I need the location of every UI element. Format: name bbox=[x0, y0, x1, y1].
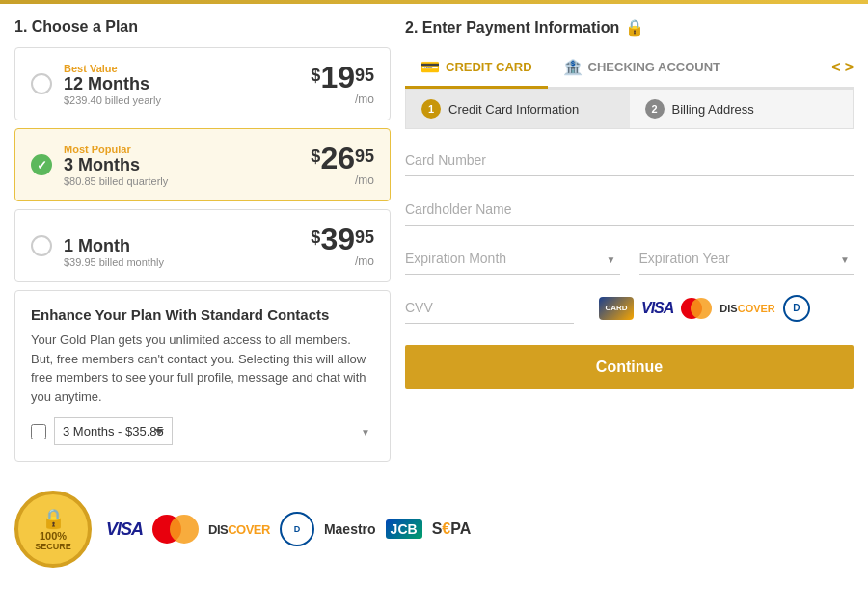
plan-3months-price: $2695 /mo bbox=[311, 143, 374, 187]
plan-12months-radio[interactable] bbox=[31, 73, 52, 94]
plan-1month-price: $3995 /mo bbox=[311, 224, 374, 268]
plan-12months-int: 19 bbox=[320, 60, 355, 94]
tab-prev-button[interactable]: < bbox=[831, 59, 840, 76]
exp-month-wrapper: Expiration Month January February March … bbox=[405, 243, 620, 275]
plan-12months-permo: /mo bbox=[311, 93, 374, 106]
step-1-num: 1 bbox=[421, 99, 441, 119]
exp-year-group: Expiration Year 2024 2025 2026 2027 2028… bbox=[639, 243, 854, 275]
plan-12months-badge: Best Value bbox=[64, 63, 299, 74]
diners-logo-inline: D bbox=[783, 295, 810, 322]
tab-checking-account-label: CHECKING ACCOUNT bbox=[588, 60, 720, 74]
exp-year-wrapper: Expiration Year 2024 2025 2026 2027 2028… bbox=[639, 243, 854, 275]
cvv-input[interactable] bbox=[405, 292, 574, 324]
plan-3months-billing: $80.85 billed quarterly bbox=[64, 175, 299, 187]
tab-navigation: < > bbox=[831, 59, 854, 76]
plan-1month-cents: 95 bbox=[355, 227, 374, 248]
credit-card-icon: 💳 bbox=[420, 58, 440, 76]
plan-1month-badge bbox=[64, 225, 299, 236]
badge-lock-icon: 🔒 bbox=[41, 507, 66, 530]
plan-3months-cents: 95 bbox=[355, 146, 374, 167]
addon-select-row: 3 Months - $35.85 bbox=[31, 417, 374, 445]
secure-section: 🔒 100% SECURE VISA DISCOVER D Maestro JC… bbox=[0, 476, 868, 577]
generic-card-icon: CARD bbox=[599, 297, 634, 320]
secure-badge: 🔒 100% SECURE bbox=[14, 491, 92, 568]
plan-3months[interactable]: Most Popular 3 Months $80.85 billed quar… bbox=[14, 128, 391, 201]
tab-checking-account[interactable]: 🏦 CHECKING ACCOUNT bbox=[548, 48, 736, 89]
visa-logo: VISA bbox=[106, 519, 143, 540]
right-title: 2. Enter Payment Information 🔒 bbox=[405, 18, 854, 37]
cvv-row: CARD VISA DISCOVER D bbox=[405, 292, 854, 324]
plan-1month-permo: /mo bbox=[311, 254, 374, 268]
plan-1month-billing: $39.95 billed monthly bbox=[64, 256, 299, 268]
checking-account-icon: 🏦 bbox=[563, 58, 583, 76]
plan-12months-name: 12 Months bbox=[64, 74, 299, 94]
plan-3months-badge: Most Popular bbox=[64, 144, 299, 155]
continue-button[interactable]: Continue bbox=[405, 345, 854, 389]
visa-logo-inline: VISA bbox=[641, 300, 673, 317]
sepa-logo: S€PA bbox=[432, 520, 472, 538]
plan-1month-radio[interactable] bbox=[31, 235, 52, 256]
plan-12months-info: Best Value 12 Months $239.40 billed year… bbox=[64, 63, 299, 106]
plan-1month-int: 39 bbox=[320, 222, 355, 256]
maestro-logo: Maestro bbox=[324, 521, 376, 537]
addon-checkbox[interactable] bbox=[31, 424, 46, 439]
exp-month-group: Expiration Month January February March … bbox=[405, 243, 620, 275]
lock-icon: 🔒 bbox=[625, 18, 644, 37]
enhance-title: Enhance Your Plan With Standard Contacts bbox=[31, 306, 374, 323]
plan-12months-cents: 95 bbox=[355, 66, 374, 86]
plan-3months-radio[interactable] bbox=[31, 154, 52, 175]
tab-credit-card[interactable]: 💳 CREDIT CARD bbox=[405, 48, 548, 89]
right-panel: 2. Enter Payment Information 🔒 💳 CREDIT … bbox=[405, 18, 854, 462]
plan-12months-price: $1995 /mo bbox=[311, 62, 374, 106]
exp-month-select[interactable]: Expiration Month January February March … bbox=[405, 243, 620, 275]
step-2[interactable]: 2 Billing Address bbox=[630, 90, 854, 128]
badge-text: SECURE bbox=[35, 542, 71, 552]
tab-credit-card-label: CREDIT CARD bbox=[446, 60, 532, 74]
plan-12months-dollar: $ bbox=[311, 66, 320, 86]
plan-3months-permo: /mo bbox=[311, 173, 374, 187]
badge-percent: 100% bbox=[40, 530, 67, 542]
plan-3months-int: 26 bbox=[320, 141, 355, 175]
exp-year-select[interactable]: Expiration Year 2024 2025 2026 2027 2028… bbox=[639, 243, 854, 275]
plan-1month-info: 1 Month $39.95 billed monthly bbox=[64, 225, 299, 268]
plan-3months-name: 3 Months bbox=[64, 155, 299, 175]
card-logos-inline: CARD VISA DISCOVER D bbox=[599, 295, 810, 322]
enhance-desc: Your Gold Plan gets you unlimited access… bbox=[31, 331, 374, 406]
discover-logo: DISCOVER bbox=[208, 522, 270, 537]
payment-logos-row: VISA DISCOVER D Maestro JCB S€PA bbox=[106, 512, 471, 546]
plan-1month-name: 1 Month bbox=[64, 236, 299, 256]
form-area: Expiration Month January February March … bbox=[405, 129, 854, 405]
plan-12months[interactable]: Best Value 12 Months $239.40 billed year… bbox=[14, 47, 391, 120]
plan-1month[interactable]: 1 Month $39.95 billed monthly $3995 /mo bbox=[14, 209, 391, 282]
enhance-box: Enhance Your Plan With Standard Contacts… bbox=[14, 290, 391, 462]
expiry-row: Expiration Month January February March … bbox=[405, 243, 854, 275]
diners-logo: D bbox=[280, 512, 314, 546]
payment-tabs: 💳 CREDIT CARD 🏦 CHECKING ACCOUNT < > bbox=[405, 48, 854, 89]
step-2-num: 2 bbox=[645, 99, 665, 119]
discover-logo-inline: DISCOVER bbox=[719, 303, 774, 314]
steps-bar: 1 Credit Card Information 2 Billing Addr… bbox=[405, 89, 854, 129]
addon-dropdown[interactable]: 3 Months - $35.85 bbox=[54, 417, 173, 445]
addon-select-wrapper: 3 Months - $35.85 bbox=[54, 417, 374, 445]
tab-next-button[interactable]: > bbox=[845, 59, 854, 76]
step-1-label: Credit Card Information bbox=[448, 102, 579, 117]
plan-12months-billing: $239.40 billed yearly bbox=[64, 94, 299, 106]
step-1[interactable]: 1 Credit Card Information bbox=[406, 90, 630, 128]
plan-3months-info: Most Popular 3 Months $80.85 billed quar… bbox=[64, 144, 299, 187]
mastercard-logo bbox=[152, 515, 199, 544]
jcb-logo: JCB bbox=[386, 519, 422, 539]
main-container: 1. Choose a Plan Best Value 12 Months $2… bbox=[0, 4, 868, 476]
card-number-input[interactable] bbox=[405, 145, 854, 176]
choose-plan-title: 1. Choose a Plan bbox=[14, 18, 391, 36]
mastercard-logo-inline bbox=[681, 298, 712, 319]
left-panel: 1. Choose a Plan Best Value 12 Months $2… bbox=[14, 18, 391, 462]
cardholder-name-input[interactable] bbox=[405, 194, 854, 226]
step-2-label: Billing Address bbox=[672, 102, 754, 117]
